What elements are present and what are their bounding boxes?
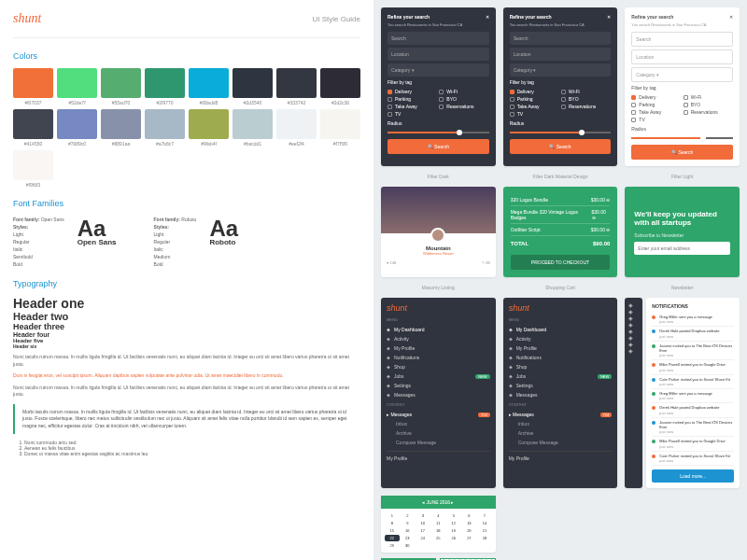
filter-tag[interactable]: Wi-Fi	[684, 94, 733, 100]
menu-item[interactable]: ◈Activity	[509, 334, 613, 343]
calendar-day[interactable]: 30	[401, 542, 416, 549]
load-more-button[interactable]: Load more...	[652, 469, 734, 483]
filter-tag[interactable]: BYO	[439, 96, 488, 102]
filter-tag[interactable]: TV	[388, 111, 437, 117]
search-input[interactable]: Search	[631, 32, 733, 47]
calendar-day[interactable]: 14	[477, 520, 492, 526]
menu-item[interactable]: ◈Messages	[509, 390, 613, 399]
filter-tag[interactable]: Reservations	[439, 104, 488, 109]
menu-item[interactable]: ◈Notifications	[509, 353, 613, 362]
filter-tag[interactable]: Parking	[510, 96, 559, 102]
menu-item[interactable]: ◈Messages	[387, 390, 490, 399]
category-select[interactable]: Category ▾	[388, 63, 489, 77]
menu-subitem[interactable]: Compose Message	[509, 438, 613, 447]
menu-item[interactable]: ◈My Dashboard	[387, 325, 490, 334]
location-input[interactable]: Location	[510, 48, 612, 61]
calendar-day[interactable]: 3	[416, 512, 430, 519]
calendar-day[interactable]: 23	[401, 535, 416, 541]
menu-item[interactable]: ◈My Profile	[509, 343, 613, 353]
filter-tag[interactable]: Parking	[631, 102, 681, 107]
menu-item[interactable]: ▸ Messages724	[509, 410, 613, 419]
calendar-day[interactable]: 10	[416, 520, 430, 526]
calendar-day[interactable]: 12	[446, 520, 461, 526]
calendar-day[interactable]: 17	[416, 527, 430, 534]
filter-tag[interactable]: BYO	[684, 102, 733, 107]
search-input[interactable]: Search	[388, 32, 489, 45]
calendar-day[interactable]: 8	[385, 520, 400, 526]
calendar-day[interactable]: 26	[446, 535, 461, 541]
close-icon[interactable]: ✕	[486, 14, 489, 20]
filter-tag[interactable]: Delivery	[388, 89, 437, 94]
menu-item[interactable]: ◈My Profile	[387, 343, 490, 353]
filter-tag[interactable]: Delivery	[631, 94, 681, 100]
menu-footer[interactable]: My Profile	[387, 451, 490, 463]
menu-subitem[interactable]: Archive	[387, 428, 490, 438]
calendar-day[interactable]: 9	[401, 520, 416, 526]
filter-tag[interactable]: TV	[510, 111, 559, 117]
radius-slider[interactable]	[510, 132, 612, 133]
menu-item[interactable]: ◈My Dashboard	[509, 325, 613, 334]
filter-tag[interactable]: Reservations	[684, 109, 733, 115]
filter-tag[interactable]: Wi-Fi	[561, 89, 611, 94]
notification-item[interactable]: Cate Parker invited you to Social Share …	[652, 375, 734, 389]
notification-item[interactable]: Derek Hale posted Dropbox websitejust no…	[652, 403, 734, 417]
calendar-day[interactable]: 18	[431, 527, 446, 534]
notification-item[interactable]: Derek Hale posted Dropbox websitejust no…	[652, 327, 734, 341]
close-icon[interactable]: ✕	[729, 14, 733, 20]
calendar-day[interactable]: 6	[462, 512, 477, 519]
filter-tag[interactable]: TV	[631, 117, 681, 122]
menu-subitem[interactable]: Archive	[509, 428, 613, 438]
filter-tag[interactable]: Take Away	[510, 104, 559, 109]
notification-item[interactable]: Greg Miller sent you a messagejust now	[652, 313, 734, 327]
calendar-day[interactable]: 1	[385, 512, 400, 519]
location-input[interactable]: Location	[631, 49, 733, 64]
calendar-day[interactable]: 7	[477, 512, 492, 519]
notification-item[interactable]: Joanne invited you to The Best iOS Devic…	[652, 418, 734, 438]
notification-item[interactable]: Mike Powell invited you to Google Drivej…	[652, 437, 734, 451]
search-button[interactable]: 🔍 Search	[631, 145, 733, 160]
comments[interactable]: ✎ 38	[482, 260, 490, 265]
radius-slider[interactable]	[388, 132, 489, 133]
menu-subitem[interactable]: Inbox	[509, 419, 613, 428]
calendar-day[interactable]: 28	[477, 535, 492, 541]
likes[interactable]: ♥ 148	[387, 260, 396, 265]
search-button[interactable]: 🔍 Search	[510, 139, 612, 154]
calendar-day[interactable]: 19	[446, 527, 461, 534]
notification-item[interactable]: Greg Miller sent you a messagejust now	[652, 389, 734, 403]
menu-item[interactable]: ◈Settings	[387, 381, 490, 390]
email-input[interactable]	[634, 242, 730, 255]
menu-item[interactable]: ◈Settings	[509, 381, 613, 390]
menu-item[interactable]: ◈Activity	[387, 334, 490, 343]
menu-item[interactable]: ◈Notifications	[387, 353, 490, 362]
radius-slider[interactable]	[631, 137, 733, 139]
filter-tag[interactable]: Delivery	[510, 89, 559, 94]
filter-tag[interactable]: BYO	[561, 96, 611, 102]
filter-tag[interactable]: Reservations	[561, 104, 611, 109]
calendar-day[interactable]: 22	[385, 535, 400, 541]
menu-item[interactable]: ◈Shop	[387, 362, 490, 371]
menu-item[interactable]: ▸ Messages724	[387, 410, 490, 419]
calendar-day[interactable]: 13	[462, 520, 477, 526]
calendar-day[interactable]: 20	[462, 527, 477, 534]
calendar-day[interactable]: 29	[385, 542, 400, 549]
calendar-day[interactable]: 25	[431, 535, 446, 541]
checkout-button[interactable]: PROCEED TO CHECKOUT	[511, 255, 611, 270]
search-input[interactable]: Search	[510, 32, 612, 45]
filter-tag[interactable]: Wi-Fi	[439, 89, 488, 94]
menu-item[interactable]: ◈JobsNEW	[387, 371, 490, 381]
notification-item[interactable]: Mike Powell invited you to Google Drivej…	[652, 360, 734, 374]
calendar-day[interactable]: 15	[385, 527, 400, 534]
calendar-day[interactable]: 4	[431, 512, 446, 519]
calendar-day[interactable]: 11	[431, 520, 446, 526]
calendar-day[interactable]: 21	[477, 527, 492, 534]
menu-item[interactable]: ◈JobsNEW	[509, 371, 613, 381]
calendar-day[interactable]: 5	[446, 512, 461, 519]
filter-tag[interactable]: Take Away	[388, 104, 437, 109]
filter-tag[interactable]: Parking	[388, 96, 437, 102]
menu-footer[interactable]: My Profile	[509, 451, 613, 463]
notification-item[interactable]: Cate Parker invited you to Social Share …	[652, 452, 734, 466]
calendar-day[interactable]: 27	[462, 535, 477, 541]
calendar-day[interactable]: 24	[416, 535, 430, 541]
location-input[interactable]: Location	[388, 48, 489, 61]
menu-subitem[interactable]: Compose Message	[387, 438, 490, 447]
